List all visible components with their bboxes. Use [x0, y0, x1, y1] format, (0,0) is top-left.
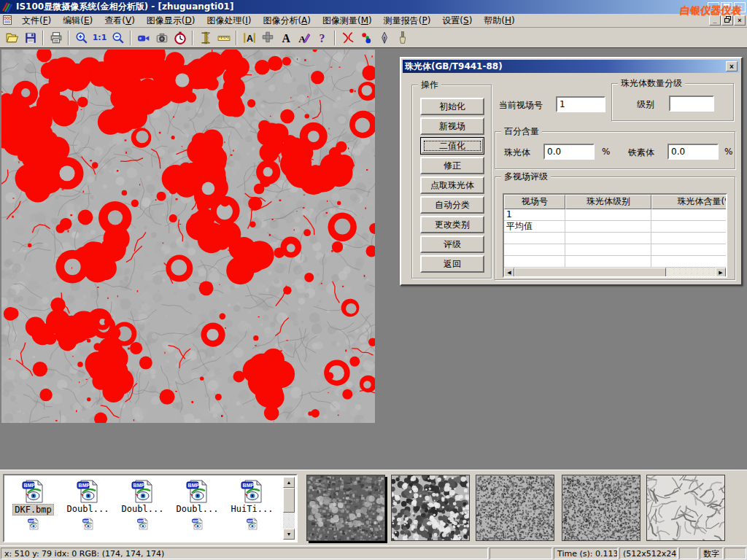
- table-header-cell[interactable]: 珠光体级别: [565, 195, 651, 209]
- actual-size-icon[interactable]: 1:1: [90, 29, 109, 47]
- fill-brush-icon[interactable]: [393, 29, 411, 47]
- file-item[interactable]: BMP: [170, 516, 225, 530]
- file-list-vscrollbar[interactable]: ▲ ▼: [283, 477, 295, 540]
- image-thumbnail[interactable]: [562, 475, 640, 541]
- rating-table: 视场号珠光体级别珠光体含量(%)铁素体含量(%) 10.0平均值0.0 ◀ ▶: [503, 193, 727, 278]
- pearlite-percent-input[interactable]: [543, 144, 595, 160]
- dialog-button-label: 二值化: [422, 139, 483, 153]
- image-thumbnail[interactable]: [646, 475, 725, 541]
- dialog-close-button[interactable]: ×: [726, 61, 738, 71]
- zoom-out-icon[interactable]: [109, 29, 127, 47]
- menu-item[interactable]: 图像处理(I): [201, 14, 257, 27]
- dialog-button-4[interactable]: 修正: [420, 157, 484, 174]
- minimize-button[interactable]: _: [708, 2, 719, 12]
- help-icon[interactable]: ?: [313, 29, 331, 47]
- status-segment-empty: [489, 548, 552, 559]
- file-item[interactable]: BMPDoubl...: [115, 477, 170, 516]
- table-row[interactable]: [504, 233, 726, 244]
- menu-item[interactable]: 测量报告(P): [378, 14, 437, 27]
- caliper-icon[interactable]: [196, 29, 214, 47]
- image-grid-icon[interactable]: [258, 29, 276, 47]
- save-icon[interactable]: [21, 29, 39, 47]
- pearlite-dialog: 珠光体(GB/T9441-88) × 操作 初始化新视场二值化修正点取珠光体自动…: [400, 57, 743, 286]
- file-item[interactable]: BMPDoubl...: [61, 477, 115, 516]
- mdi-close-button[interactable]: ×: [734, 15, 746, 26]
- file-item[interactable]: BMP: [225, 516, 279, 530]
- dialog-title-bar[interactable]: 珠光体(GB/T9441-88) ×: [403, 60, 740, 73]
- menu-item[interactable]: 查看(V): [98, 14, 141, 27]
- svg-text:BMP: BMP: [193, 520, 198, 523]
- dialog-button-1[interactable]: 初始化: [420, 98, 484, 115]
- vscroll-thumb[interactable]: [283, 488, 295, 513]
- file-item[interactable]: BMP: [115, 516, 170, 530]
- rating-table-body: 10.0平均值0.0: [504, 209, 726, 268]
- timer-icon[interactable]: [171, 29, 189, 47]
- file-item[interactable]: BMPDoubl...: [170, 477, 225, 516]
- table-row[interactable]: 10.0: [504, 209, 726, 221]
- print-icon[interactable]: [47, 29, 65, 47]
- video-camera-icon[interactable]: [134, 29, 152, 47]
- table-row[interactable]: [504, 256, 726, 268]
- table-header-cell[interactable]: 视场号: [504, 195, 565, 209]
- image-thumbnail[interactable]: [306, 475, 385, 541]
- scroll-down-icon[interactable]: ▼: [283, 529, 295, 540]
- dialog-button-2[interactable]: 新视场: [420, 117, 484, 135]
- file-item[interactable]: BMPHuiTi...: [225, 477, 279, 516]
- capture-camera-icon[interactable]: [152, 29, 171, 47]
- scroll-right-icon[interactable]: ▶: [716, 268, 726, 278]
- dialog-button-6[interactable]: 自动分类: [420, 196, 484, 214]
- grade-level-input[interactable]: [669, 96, 714, 112]
- file-item[interactable]: BMPDKF.bmp: [6, 477, 61, 516]
- toolbar-separator: [130, 31, 131, 45]
- file-item[interactable]: BMP: [6, 516, 61, 530]
- draw-pen-icon[interactable]: [375, 29, 393, 47]
- menu-item[interactable]: 图像显示(D): [141, 14, 201, 27]
- image-thumbnail[interactable]: [391, 475, 470, 541]
- phase-particles-icon[interactable]: [357, 29, 375, 47]
- ferrite-percent-input[interactable]: [667, 144, 719, 160]
- scroll-up-icon[interactable]: ▲: [283, 477, 295, 488]
- table-row[interactable]: [504, 244, 726, 256]
- table-cell: [651, 233, 727, 244]
- current-view-input[interactable]: [556, 96, 605, 112]
- dialog-button-9[interactable]: 返回: [420, 255, 484, 273]
- menu-item[interactable]: 编辑(E): [57, 14, 98, 27]
- maximize-button[interactable]: [721, 2, 732, 12]
- file-list-rows: BMPDKF.bmpBMPDoubl...BMPDoubl...BMPDoubl…: [6, 477, 285, 540]
- table-header-cell[interactable]: 珠光体含量(%): [651, 195, 727, 209]
- dialog-button-8[interactable]: 评级: [420, 236, 484, 253]
- table-hscrollbar[interactable]: ◀ ▶: [504, 268, 726, 278]
- vscroll-track[interactable]: [283, 513, 295, 529]
- ruler-icon[interactable]: [214, 29, 233, 47]
- micrograph-image[interactable]: [1, 50, 375, 423]
- image-thumbnail[interactable]: [476, 475, 554, 541]
- menu-item[interactable]: 图像分析(A): [257, 14, 317, 27]
- open-file-icon[interactable]: [3, 29, 21, 47]
- annotate-icon[interactable]: A: [295, 29, 313, 47]
- dialog-button-5[interactable]: 点取珠光体: [420, 176, 484, 194]
- file-item[interactable]: BMP: [61, 516, 115, 530]
- hscroll-thumb[interactable]: [514, 268, 666, 278]
- mdi-restore-button[interactable]: [721, 15, 733, 26]
- dialog-button-7[interactable]: 更改类别: [420, 216, 484, 233]
- dialog-button-3[interactable]: 二值化: [420, 137, 484, 155]
- close-button[interactable]: ×: [734, 2, 746, 12]
- menu-item[interactable]: 设置(S): [436, 14, 478, 27]
- table-row[interactable]: 平均值0.0: [504, 221, 726, 233]
- menu-item[interactable]: 帮助(H): [478, 14, 520, 27]
- table-cell: [651, 256, 727, 268]
- table-cell: 1: [504, 209, 565, 221]
- multi-view-group: 多视场评级 视场号珠光体级别珠光体含量(%)铁素体含量(%) 10.0平均值0.…: [495, 176, 735, 280]
- scroll-left-icon[interactable]: ◀: [504, 268, 514, 278]
- mdi-minimize-button[interactable]: _: [709, 15, 721, 26]
- menu-item[interactable]: 图像测量(M): [317, 14, 378, 27]
- zoom-in-icon[interactable]: [72, 29, 90, 47]
- svg-text:BMP: BMP: [23, 483, 35, 488]
- document-icon: DOC: [1, 15, 13, 26]
- curve-measure-icon[interactable]: [338, 29, 357, 47]
- hscroll-track[interactable]: [666, 268, 716, 278]
- menu-item[interactable]: 文件(F): [16, 14, 57, 27]
- text-label-icon[interactable]: A: [276, 29, 295, 47]
- measure-text-icon[interactable]: A: [240, 29, 258, 47]
- toolbar-separator: [236, 31, 237, 45]
